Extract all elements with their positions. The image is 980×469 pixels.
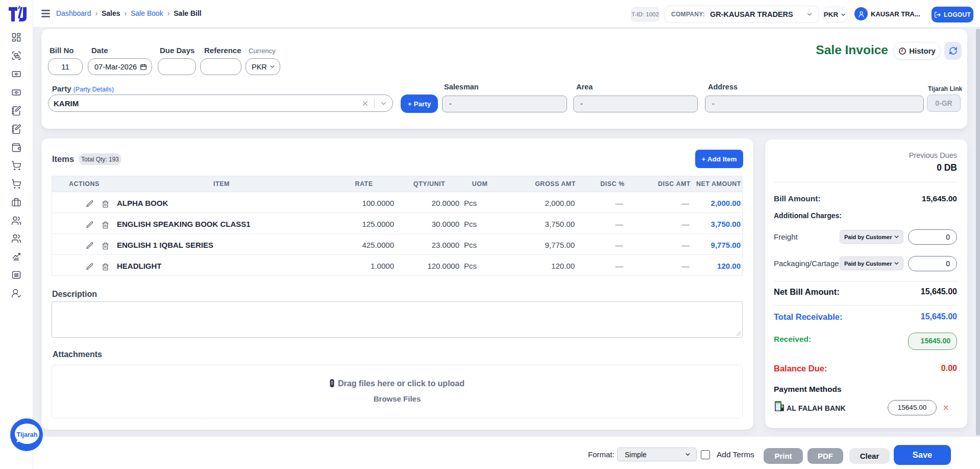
svg-text:Tijarah: Tijarah <box>17 431 38 438</box>
